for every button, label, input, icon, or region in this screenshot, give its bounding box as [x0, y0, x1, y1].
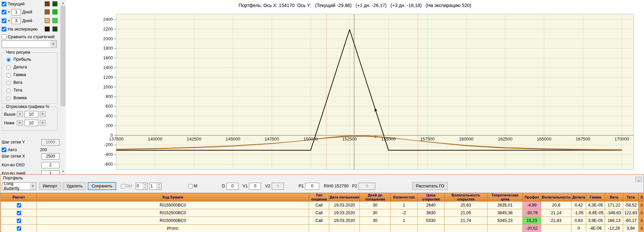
x-axis-label: 155000: [381, 136, 396, 141]
dh-spinner-1[interactable]: ▲▼: [136, 183, 148, 190]
x-axis-label: 142500: [187, 136, 201, 141]
column-header[interactable]: Цена открытия: [418, 193, 444, 201]
delete-button[interactable]: Удалить: [63, 182, 86, 190]
column-header[interactable]: Профит: [523, 193, 541, 201]
compare-strategy-dropdown[interactable]: ▼: [2, 40, 57, 48]
row-calc-checkbox[interactable]: [17, 211, 21, 215]
plus1-series-checkbox[interactable]: [2, 10, 6, 14]
auto-checkbox[interactable]: [2, 148, 6, 152]
expiration-series-checkbox[interactable]: [2, 27, 6, 32]
below-increase-button[interactable]: >: [40, 120, 46, 126]
spin-down-icon[interactable]: ▼: [157, 186, 161, 189]
row-calc-checkbox[interactable]: [17, 219, 21, 223]
dh-checkbox[interactable]: [121, 184, 125, 188]
column-header[interactable]: Вега: [605, 193, 623, 201]
column-header[interactable]: Количество: [391, 193, 418, 201]
draw-option-gamma: Гамма: [2, 71, 57, 78]
theta-cell: 122,63: [623, 209, 639, 217]
plus3-series-checkbox[interactable]: [2, 18, 6, 23]
row-remove-button[interactable]: X: [639, 225, 644, 232]
column-header[interactable]: Тип опциона: [309, 193, 329, 201]
row-calc-checkbox[interactable]: [17, 226, 21, 231]
profit-radio[interactable]: [6, 58, 11, 62]
ticker-price-label: RIH0 152790: [324, 184, 349, 188]
above-value-input[interactable]: [24, 111, 38, 117]
delta-radio[interactable]: [6, 65, 11, 70]
row-remove-button[interactable]: X: [639, 217, 644, 225]
x-axis-label: 137500: [109, 136, 123, 141]
current-series-checkbox[interactable]: [2, 2, 6, 6]
expiration-line-color-swatch[interactable]: [45, 26, 50, 32]
spin-up-icon[interactable]: ▲: [157, 183, 161, 186]
grid-step-x-row: Шаг сетки X: [2, 153, 59, 160]
scroll-up-icon[interactable]: ▲: [60, 0, 66, 6]
current-fill-color-swatch[interactable]: [52, 1, 57, 6]
below-decrease-button[interactable]: <: [17, 120, 23, 126]
theta-radio[interactable]: [6, 89, 11, 93]
expiration-fill-color-swatch[interactable]: [52, 26, 57, 32]
plus3-fill-color-swatch[interactable]: [52, 18, 57, 23]
plus3-days-input[interactable]: [11, 18, 21, 24]
theta-cell: -58,52: [623, 201, 639, 209]
column-header[interactable]: Волатильность открытия: [444, 193, 487, 201]
portfolio-toolbar: Long Butterfly ▼ Импорт Удалить Сохранит…: [2, 181, 634, 191]
plus1-fill-color-swatch[interactable]: [52, 9, 57, 14]
above-increase-button[interactable]: >: [40, 111, 46, 117]
x-axis-label: 140000: [148, 136, 162, 141]
column-header[interactable]: Дней до погашения: [360, 193, 391, 201]
above-decrease-button[interactable]: <: [17, 111, 23, 117]
calc-margin-button[interactable]: Рассчитать ГО: [412, 182, 448, 190]
row-remove-button[interactable]: X: [639, 201, 644, 209]
panel-collapse-button[interactable]: _: [635, 177, 642, 182]
import-button[interactable]: Импорт: [39, 182, 61, 190]
days-count-input[interactable]: [41, 170, 59, 175]
column-header[interactable]: Теоретическая цена: [487, 193, 523, 201]
column-header[interactable]: Дата погашения: [329, 193, 360, 201]
below-value-input[interactable]: [24, 120, 38, 126]
scrollbar-thumb[interactable]: [60, 6, 66, 106]
y-axis-label: 1800: [103, 46, 113, 51]
y-axis-label: 800: [105, 94, 113, 99]
compare-strategy-checkbox[interactable]: [2, 35, 6, 39]
chart-svg[interactable]: -600-400-2000200400600800100012001400160…: [66, 0, 644, 174]
expiry-date-cell: 19.03.2020: [329, 201, 360, 209]
column-header[interactable]: Гамма: [586, 193, 605, 201]
strategy-dropdown[interactable]: Long Butterfly ▼: [2, 182, 36, 190]
dh-spinner-1-input[interactable]: [136, 183, 143, 189]
sidebar-scrollbar[interactable]: ▲ ▼: [60, 0, 66, 174]
m-checkbox[interactable]: [188, 184, 193, 188]
dh-spinner-2-input[interactable]: [150, 183, 157, 189]
x-axis-label: 160000: [459, 136, 473, 141]
column-header[interactable]: Дельта: [571, 193, 586, 201]
v1-input[interactable]: [249, 183, 261, 190]
spin-up-icon[interactable]: ▲: [143, 183, 147, 186]
d-input[interactable]: [226, 183, 239, 190]
grid-step-x-input[interactable]: [41, 153, 59, 160]
plus1-line-color-swatch[interactable]: [45, 9, 50, 14]
plus1-days-input[interactable]: [11, 9, 21, 15]
column-header[interactable]: Волатильность: [541, 193, 571, 201]
scroll-down-icon[interactable]: ▼: [60, 169, 66, 174]
plot-area[interactable]: [116, 14, 634, 170]
theor-price-cell: 3845,38: [487, 209, 523, 217]
compare-strategy-row: Сравнить со стратегией: [2, 34, 59, 40]
sko-count-input[interactable]: [41, 162, 59, 168]
current-line-color-swatch[interactable]: [45, 1, 50, 6]
dh-spinner-2[interactable]: ▲▼: [149, 183, 162, 190]
gamma-radio[interactable]: [6, 73, 11, 77]
p1-input[interactable]: [305, 183, 319, 190]
spin-down-icon[interactable]: ▼: [143, 186, 147, 189]
column-header[interactable]: Тета: [623, 193, 639, 201]
vega-radio-label: Вега: [13, 80, 23, 85]
column-header[interactable]: Расчет: [1, 193, 37, 201]
column-header[interactable]: X: [639, 193, 644, 201]
row-calc-checkbox[interactable]: [17, 203, 21, 208]
y-axis-label: 2200: [103, 26, 113, 32]
row-remove-button[interactable]: X: [639, 209, 644, 217]
save-button[interactable]: Сохранить: [88, 182, 116, 190]
vomma-radio[interactable]: [6, 96, 11, 101]
portfolio-table: РасчетКод бумагиТип опционаДата погашени…: [1, 193, 644, 232]
vega-radio[interactable]: [6, 81, 11, 85]
plus3-line-color-swatch[interactable]: [45, 18, 50, 23]
column-header[interactable]: Код бумаги: [37, 193, 309, 201]
